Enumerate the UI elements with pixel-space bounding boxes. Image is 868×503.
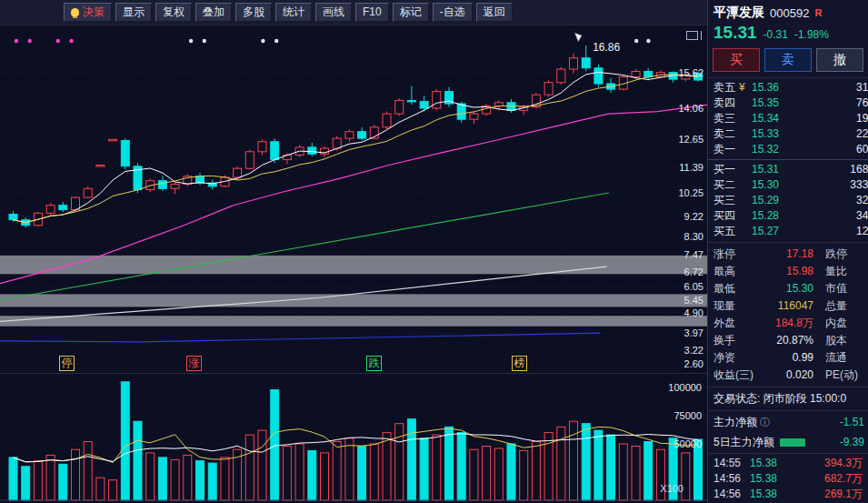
spacer [739,193,752,208]
volume-bar [321,453,329,500]
svg-text:3.97: 3.97 [684,327,703,338]
amount-unit-toggle[interactable]: ¥ [739,80,752,96]
ask-row[interactable]: 卖一15.32606.8万 [708,142,868,157]
candlestick-chart[interactable]: 16.8615.6214.0612.6511.3910.259.228.307.… [0,25,707,373]
stat-row: 换手20.87%股本 [708,332,868,349]
volume-bar [9,458,17,500]
tape-row: 14:5615.38682.7万 [708,471,868,487]
candle [72,197,80,210]
peak-annotation: 16.86 [574,33,620,54]
volume-bar [383,433,391,500]
ask-row[interactable]: 卖三15.34195.0万 [708,111,868,126]
tape-row: 14:5515.38394.3万 [708,456,868,471]
volume-bar [196,461,205,500]
candle [544,83,553,96]
volume-pane[interactable]: 1000007500050000X100 [0,373,707,503]
spacer [739,224,752,239]
spread-divider [708,159,868,160]
candle [507,103,515,111]
spacer [739,126,752,142]
flow-value: -1.51 [840,416,864,428]
sell-button[interactable]: 卖 [764,48,812,72]
stat-value: 0.99 [759,349,813,367]
svg-text:15.62: 15.62 [678,67,703,78]
bid-row[interactable]: 买四15.28341.2万 [708,208,868,224]
book-level-label: 买三 [708,193,739,208]
stat-label: 总量 [813,297,868,315]
ma10-line [14,75,699,223]
book-level-label: 买四 [708,208,739,224]
toolbar-button-mark[interactable]: 标记 [393,3,429,22]
toolbar-button-f10[interactable]: F10 [355,3,389,22]
cancel-order-button[interactable]: 撤 [816,48,863,72]
candle [283,156,291,160]
svg-text:3.22: 3.22 [684,345,703,356]
bid-row[interactable]: 买三15.29320.3万 [708,193,868,208]
candle [158,181,166,189]
candle [557,69,565,83]
daily-kline-pane[interactable]: 16.8615.6214.0612.6511.3910.259.228.307.… [0,25,707,373]
volume-bar [158,458,166,500]
book-price: 15.31 [752,162,793,177]
toolbar-button-adjust[interactable]: 复权 [155,3,192,22]
ask-row[interactable]: 卖四15.35760.6万 [708,96,868,111]
window-restore-icon[interactable] [686,31,698,40]
book-amount: 320.3万 [793,193,868,208]
volume-bar [370,444,378,500]
book-price: 15.29 [752,193,793,208]
svg-text:11.39: 11.39 [679,162,703,173]
candle [234,168,242,177]
svg-text:14.06: 14.06 [678,103,703,114]
toolbar-button-overlay[interactable]: 叠加 [195,3,232,22]
candle [594,68,603,84]
order-book: 卖五¥15.36317.3万卖四15.35760.6万卖三15.34195.0万… [708,78,868,243]
book-level-label: 卖三 [708,111,739,126]
toolbar-button-label: 决策 [83,5,105,19]
trading-terminal: 决策显示复权叠加多股统计画线F10标记-自选返回 16.8615.6214.06… [0,0,868,503]
ask-row[interactable]: 卖五¥15.36317.3万 [708,80,868,96]
trading-status: 交易状态: 闭市阶段 15:00:0 [708,387,868,411]
volume-bar [245,435,254,500]
bid-row[interactable]: 买一15.311689.9万 [708,162,868,177]
bid-row[interactable]: 买二15.303338.9万 [708,177,868,193]
info-icon[interactable]: ⓘ [760,416,770,429]
chart-area: 决策显示复权叠加多股统计画线F10标记-自选返回 16.8615.6214.06… [0,0,707,503]
book-level-label: 买二 [708,177,739,193]
buy-button[interactable]: 买 [713,48,760,72]
book-amount: 317.3万 [793,80,868,96]
toolbar-button-back[interactable]: 返回 [476,3,513,22]
toolbar-button-display[interactable]: 显示 [115,3,152,22]
volume-bar [84,442,92,501]
svg-text:6.05: 6.05 [684,281,703,292]
ask-row[interactable]: 卖二15.33225.8万 [708,126,868,142]
bid-row[interactable]: 买五15.27123.5万 [708,224,868,239]
tape-time: 14:56 [713,471,750,487]
volume-bar [34,461,42,500]
candle [433,92,441,108]
spacer [739,177,752,193]
book-level-label: 买一 [708,162,739,177]
volume-bar [146,453,155,500]
stat-value: 184.8万 [759,315,813,332]
volume-chart[interactable]: 1000007500050000X100 [0,381,707,503]
event-tag-2[interactable]: 跌 [366,356,382,371]
toolbar-button-draw-line[interactable]: 画线 [315,3,352,22]
tape-price: 15.38 [750,456,792,471]
candle [395,100,404,114]
book-amount: 606.8万 [793,142,868,157]
event-tag-1[interactable]: 涨 [186,356,202,371]
quote-panel: 平潭发展 000592 R 15.31 -0.31 -1.98% 买 卖 撤 卖… [707,0,868,503]
volume-bar [258,430,266,500]
svg-text:100000: 100000 [668,382,702,393]
toolbar-button-statistics[interactable]: 统计 [275,3,312,22]
candle [271,142,279,160]
toolbar-button-multi-stock[interactable]: 多股 [235,3,272,22]
svg-text:10.25: 10.25 [678,187,703,198]
event-tag-3[interactable]: 榜 [512,356,527,371]
volume-bar [470,449,478,500]
book-level-label: 卖五 [708,80,739,96]
event-tag-0[interactable]: 停 [59,356,75,371]
toolbar-button-decision[interactable]: 决策 [64,3,112,22]
candles-group [9,45,703,227]
toolbar-button-remove-watchlist[interactable]: -自选 [433,3,473,22]
